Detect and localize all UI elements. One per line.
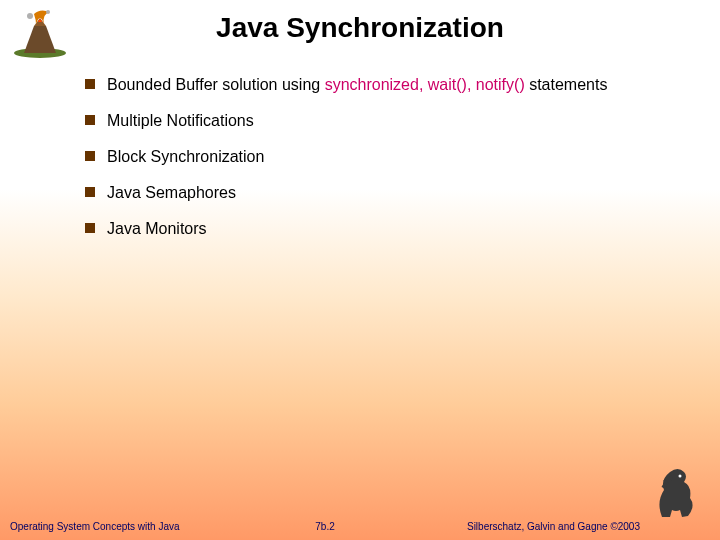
bullet-icon <box>85 223 95 233</box>
list-item: Multiple Notifications <box>85 111 680 131</box>
bullet-text-pre: Bounded Buffer solution using <box>107 76 325 93</box>
footer-right: Silberschatz, Galvin and Gagne ©2003 <box>467 521 640 532</box>
bullet-text: Java Semaphores <box>107 183 236 203</box>
svg-point-3 <box>679 475 682 478</box>
bullet-text: Multiple Notifications <box>107 111 254 131</box>
bullet-text: Bounded Buffer solution using synchroniz… <box>107 75 607 95</box>
slide: Java Synchronization Bounded Buffer solu… <box>0 0 720 540</box>
bullet-text-pre: Java Monitors <box>107 220 207 237</box>
dinosaur-icon <box>652 462 702 522</box>
bullet-text-pre: Java Semaphores <box>107 184 236 201</box>
bullet-list: Bounded Buffer solution using synchroniz… <box>85 75 680 255</box>
bullet-icon <box>85 115 95 125</box>
bullet-text-pre: Multiple Notifications <box>107 112 254 129</box>
bullet-icon <box>85 187 95 197</box>
bullet-icon <box>85 151 95 161</box>
bullet-text-post: statements <box>525 76 608 93</box>
list-item: Java Monitors <box>85 219 680 239</box>
footer-left: Operating System Concepts with Java <box>10 521 180 532</box>
slide-title: Java Synchronization <box>0 12 720 44</box>
list-item: Bounded Buffer solution using synchroniz… <box>85 75 680 95</box>
bullet-text-pre: Block Synchronization <box>107 148 264 165</box>
list-item: Java Semaphores <box>85 183 680 203</box>
bullet-text: Block Synchronization <box>107 147 264 167</box>
footer-center: 7b.2 <box>315 521 334 532</box>
bullet-text: Java Monitors <box>107 219 207 239</box>
list-item: Block Synchronization <box>85 147 680 167</box>
footer: Operating System Concepts with Java 7b.2… <box>10 521 640 532</box>
bullet-icon <box>85 79 95 89</box>
bullet-text-highlight: synchronized, wait(), notify() <box>325 76 525 93</box>
